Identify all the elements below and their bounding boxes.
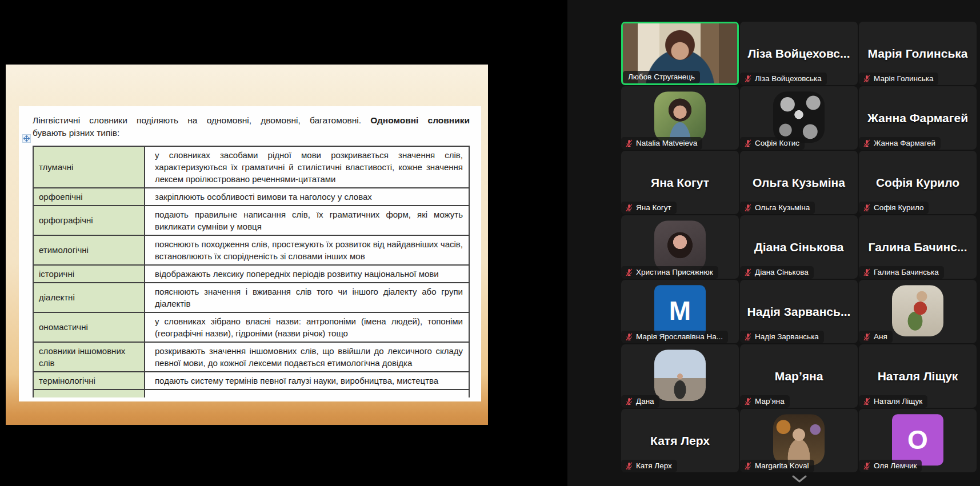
participant-tile[interactable]: Margarita Koval [740,409,858,472]
muted-mic-icon [625,139,633,147]
participant-name-text: Надія Зарванська [755,332,819,341]
avatar-initial: O [907,424,928,455]
dictionary-definition-cell: у словниках засобами рідної мови розкрив… [145,146,469,188]
sofia-roses-bw-photo [773,91,825,143]
table-move-handle-icon [22,134,31,143]
table-row: словники іншомовних сліврозкривають знач… [33,342,469,372]
muted-mic-icon [744,268,752,276]
letter-o-avatar: O [892,414,943,465]
participant-name-text: Галина Бачинська [874,268,939,276]
muted-mic-icon [863,268,871,276]
participant-tile[interactable]: Марія ГолинськаМарія Голинська [859,22,977,85]
dictionary-definition-cell: у словниках зібрано власні назви: антроп… [145,312,469,342]
participant-tile[interactable]: Наталя ЛіщукНаталя Ліщук [859,344,977,408]
participant-tile[interactable]: Діана СіньковаДіана Сінькова [740,215,858,279]
participant-name-label: Діана Сінькова [740,266,814,279]
dictionary-definition-cell: пояснюють походження слів, простежують ї… [145,235,469,265]
shared-screen-area: Лінгвістичні словники поділяють на одном… [0,0,567,486]
intro-text: Лінгвістичні словники поділяють на одном… [33,115,370,125]
dictionary-type-cell: термінологічні [33,372,145,389]
letter-m-avatar: M [654,285,706,336]
participant-name-label: Оля Лемчик [859,460,922,472]
participant-tile[interactable]: Христина Присяжнюк [621,215,739,279]
meeting-window: Лінгвістичні словники поділяють на одном… [0,0,980,486]
muted-mic-icon [744,204,752,212]
table-row: термінологічніподають систему термінів п… [33,372,469,389]
participant-name-text: Ольга Кузьміна [755,203,810,212]
muted-mic-icon [625,333,633,341]
muted-mic-icon [625,397,633,405]
participant-name-text: Оля Лемчик [874,461,917,470]
participant-name-label: Наталя Ліщук [859,395,927,408]
intro-text-line2: бувають різних типів: [33,127,470,139]
dictionary-type-cell: орфоепічні [33,188,145,206]
participant-tile[interactable]: Галина Бачинс...Галина Бачинська [859,215,977,279]
dictionary-type-cell: історичні [33,265,145,283]
natalia-portrait-photo [654,91,706,143]
participant-tile[interactable]: Natalia Matveieva [621,86,739,150]
dictionary-type-cell: словники іншомовних слів [33,342,145,372]
participant-tile[interactable]: Мар’янаМар’яна [740,344,858,408]
participant-name-text: Христина Присяжнюк [636,268,713,276]
participant-name-label: Аня [859,331,893,343]
dictionary-type-cell: орфографічні [33,206,145,235]
chevron-down-icon[interactable] [782,473,817,484]
dictionary-type-cell: ономастичні [33,312,145,342]
participant-tile[interactable]: Ольга КузьмінаОльга Кузьміна [740,151,858,214]
dictionary-type-cell: діалектні [33,283,145,312]
muted-mic-icon [744,139,752,147]
participant-tile[interactable]: Аня [859,280,977,343]
muted-mic-icon [625,204,633,212]
participant-tile[interactable]: Жанна ФармагейЖанна Фармагей [859,86,977,150]
muted-mic-icon [863,204,871,212]
table-row: етимологічніпояснюють походження слів, п… [33,235,469,265]
participant-name-label: Margarita Koval [740,460,814,472]
dictionary-definition-cell: подають систему термінів певної галузі н… [145,372,469,389]
participant-name-text: Аня [874,332,887,341]
participant-tile[interactable]: Ліза Войцеховс...Ліза Войцеховська [740,22,858,85]
dictionary-definition-cell: закріплюють особливості вимови та наголо… [145,188,469,206]
participant-tile[interactable]: MМарія Ярославівна На... [621,280,739,343]
participant-name-label: Катя Лерх [621,460,677,472]
dictionary-definition-cell: відображають лексику попередніх періодів… [145,265,469,283]
participant-name-text: Софія Котис [755,139,799,147]
participant-name-label: Жанна Фармагей [859,137,941,150]
margarita-monkey-photo [773,414,825,465]
participant-tile[interactable]: Дана [621,344,739,408]
dana-rooftop-photo [654,350,706,401]
participant-name-label: Марія Голинська [859,73,938,85]
participant-tile[interactable]: Катя ЛерхКатя Лерх [621,409,739,472]
participant-name-text: Наталя Ліщук [874,397,922,405]
dictionary-definition-cell: розкривають значення іншомовних слів, що… [145,342,469,372]
participant-name-label: Марія Ярославівна На... [621,331,728,343]
dictionary-definition-cell: подають правильне написання слів, їх гра… [145,206,469,235]
intro-text-bold: Одномовні словники [370,115,470,125]
muted-mic-icon [863,139,871,147]
participant-name-label: Софія Котис [740,137,805,150]
participant-tile[interactable]: OОля Лемчик [859,409,977,472]
table-row: ономастичніу словниках зібрано власні на… [33,312,469,342]
participant-name-text: Ліза Войцеховська [755,74,822,83]
participants-panel: Любов СтруганецьЛіза Войцеховс...Ліза Во… [567,0,980,486]
muted-mic-icon [625,462,633,470]
participant-name-label: Мар’яна [740,395,790,408]
participant-video-tile[interactable]: Любов Струганець [621,22,739,85]
dictionary-type-cell: етимологічні [33,235,145,265]
participant-name-text: Жанна Фармагей [874,139,935,147]
participant-name-label: Христина Присяжнюк [621,266,718,279]
participant-name-text: Мар’яна [755,397,785,405]
participant-name-label: Яна Когут [621,202,677,214]
participant-name-text: Дана [636,397,654,405]
avatar-initial: M [669,295,691,326]
muted-mic-icon [625,268,633,276]
table-row-clipped [33,389,469,397]
participant-name-label: Любов Струганець [623,71,700,83]
muted-mic-icon [863,333,871,341]
participant-tile[interactable]: Софія Котис [740,86,858,150]
document-page: Лінгвістичні словники поділяють на одном… [19,106,481,401]
participant-name-label: Дана [621,395,659,408]
participant-tile[interactable]: Яна КогутЯна Когут [621,151,739,214]
muted-mic-icon [863,462,871,470]
participant-tile[interactable]: Софія КурилоСофія Курило [859,151,977,214]
participant-tile[interactable]: Надія Зарвансь...Надія Зарванська [740,280,858,343]
